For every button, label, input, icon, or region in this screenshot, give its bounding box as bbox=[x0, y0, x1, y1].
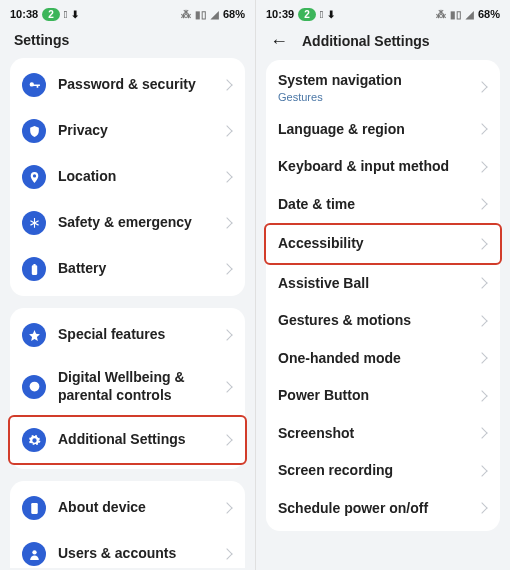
settings-item-label: Power Button bbox=[278, 387, 464, 405]
chevron-right-icon bbox=[221, 125, 233, 137]
settings-item-special-features[interactable]: Special features bbox=[10, 312, 245, 358]
svg-point-0 bbox=[29, 382, 39, 392]
chevron-right-icon bbox=[221, 79, 233, 91]
settings-item-schedule-power-on-off[interactable]: Schedule power on/off bbox=[266, 490, 500, 528]
additional-settings-list[interactable]: System navigationGesturesLanguage & regi… bbox=[256, 60, 510, 570]
page-title: Settings bbox=[14, 32, 69, 48]
chevron-right-icon bbox=[221, 381, 233, 393]
page-header: Settings bbox=[0, 24, 255, 58]
chevron-right-icon bbox=[221, 434, 233, 446]
chevron-right-icon bbox=[476, 277, 488, 289]
signal-icon: ▮▯ bbox=[450, 9, 462, 20]
settings-item-label: One-handed mode bbox=[278, 350, 464, 368]
settings-item-password-security[interactable]: Password & security bbox=[10, 62, 245, 108]
chevron-right-icon bbox=[476, 502, 488, 514]
settings-group: About deviceUsers & accountsGoogle bbox=[10, 481, 245, 568]
asterisk-icon bbox=[22, 211, 46, 235]
settings-item-additional-settings[interactable]: Additional Settings bbox=[8, 415, 247, 465]
settings-item-label: Location bbox=[58, 168, 209, 186]
battery-text: 68% bbox=[223, 8, 245, 20]
settings-item-accessibility[interactable]: Accessibility bbox=[264, 223, 502, 265]
chevron-right-icon bbox=[476, 352, 488, 364]
chevron-right-icon bbox=[221, 263, 233, 275]
download-icon: ⬇ bbox=[71, 9, 79, 20]
settings-item-label: Digital Wellbeing & parental controls bbox=[58, 369, 209, 404]
chevron-right-icon bbox=[476, 390, 488, 402]
bird-icon: 𓅪 bbox=[64, 9, 68, 20]
settings-item-gestures-motions[interactable]: Gestures & motions bbox=[266, 302, 500, 340]
settings-item-screenshot[interactable]: Screenshot bbox=[266, 415, 500, 453]
chevron-right-icon bbox=[476, 238, 488, 250]
settings-item-label: System navigation bbox=[278, 72, 464, 90]
wellbeing-icon bbox=[22, 375, 46, 399]
settings-item-label: Schedule power on/off bbox=[278, 500, 464, 518]
chevron-right-icon bbox=[476, 81, 488, 93]
gear-icon bbox=[22, 428, 46, 452]
settings-item-users-accounts[interactable]: Users & accounts bbox=[10, 531, 245, 568]
settings-item-label: Screenshot bbox=[278, 425, 464, 443]
back-icon[interactable]: ← bbox=[270, 32, 288, 50]
signal-icon: ▮▯ bbox=[195, 9, 207, 20]
svg-rect-1 bbox=[31, 503, 38, 514]
settings-list[interactable]: Password & securityPrivacyLocationSafety… bbox=[0, 58, 255, 568]
settings-group: Password & securityPrivacyLocationSafety… bbox=[10, 58, 245, 296]
settings-item-keyboard-input-method[interactable]: Keyboard & input method bbox=[266, 148, 500, 186]
settings-item-label: Assistive Ball bbox=[278, 275, 464, 293]
settings-item-label: Keyboard & input method bbox=[278, 158, 464, 176]
settings-item-label: Privacy bbox=[58, 122, 209, 140]
chevron-right-icon bbox=[476, 315, 488, 327]
user-icon bbox=[22, 542, 46, 566]
chevron-right-icon bbox=[221, 548, 233, 560]
bt-icon: ⁂ bbox=[181, 9, 191, 20]
settings-item-assistive-ball[interactable]: Assistive Ball bbox=[266, 265, 500, 303]
settings-item-power-button[interactable]: Power Button bbox=[266, 377, 500, 415]
settings-item-label: Special features bbox=[58, 326, 209, 344]
settings-item-privacy[interactable]: Privacy bbox=[10, 108, 245, 154]
settings-item-label: Users & accounts bbox=[58, 545, 209, 563]
page-title: Additional Settings bbox=[302, 33, 430, 49]
chevron-right-icon bbox=[476, 198, 488, 210]
svg-point-2 bbox=[32, 550, 36, 554]
clock: 10:39 bbox=[266, 8, 294, 20]
settings-item-safety-emergency[interactable]: Safety & emergency bbox=[10, 200, 245, 246]
settings-item-screen-recording[interactable]: Screen recording bbox=[266, 452, 500, 490]
chevron-right-icon bbox=[221, 217, 233, 229]
settings-group: Special featuresDigital Wellbeing & pare… bbox=[10, 308, 245, 469]
battery-text: 68% bbox=[478, 8, 500, 20]
net-icon: ◢ bbox=[466, 9, 474, 20]
settings-item-language-region[interactable]: Language & region bbox=[266, 111, 500, 149]
download-icon: ⬇ bbox=[327, 9, 335, 20]
settings-item-label: Password & security bbox=[58, 76, 209, 94]
chevron-right-icon bbox=[221, 502, 233, 514]
clock: 10:38 bbox=[10, 8, 38, 20]
settings-item-label: Battery bbox=[58, 260, 209, 278]
pin-icon bbox=[22, 165, 46, 189]
phone-icon bbox=[22, 496, 46, 520]
settings-item-label: Gestures & motions bbox=[278, 312, 464, 330]
settings-item-about-device[interactable]: About device bbox=[10, 485, 245, 531]
settings-item-one-handed-mode[interactable]: One-handed mode bbox=[266, 340, 500, 378]
net-icon: ◢ bbox=[211, 9, 219, 20]
chevron-right-icon bbox=[476, 123, 488, 135]
settings-item-label: Accessibility bbox=[278, 235, 464, 253]
settings-item-battery[interactable]: Battery bbox=[10, 246, 245, 292]
page-header: ← Additional Settings bbox=[256, 24, 510, 60]
battery-icon bbox=[22, 257, 46, 281]
settings-item-date-time[interactable]: Date & time bbox=[266, 186, 500, 224]
settings-item-label: Date & time bbox=[278, 196, 464, 214]
settings-item-system-navigation[interactable]: System navigationGestures bbox=[266, 64, 500, 111]
additional-settings-group: System navigationGesturesLanguage & regi… bbox=[266, 60, 500, 531]
chevron-right-icon bbox=[476, 161, 488, 173]
chevron-right-icon bbox=[476, 465, 488, 477]
bird-icon: 𓅪 bbox=[320, 9, 324, 20]
settings-item-digital-wellbeing-parental-controls[interactable]: Digital Wellbeing & parental controls bbox=[10, 358, 245, 415]
settings-item-location[interactable]: Location bbox=[10, 154, 245, 200]
key-icon bbox=[22, 73, 46, 97]
star-icon bbox=[22, 323, 46, 347]
status-bar: 10:39 2 𓅪 ⬇ ⁂ ▮▯ ◢ 68% bbox=[256, 0, 510, 24]
shield-icon bbox=[22, 119, 46, 143]
notification-badge: 2 bbox=[298, 8, 316, 21]
settings-item-label: About device bbox=[58, 499, 209, 517]
settings-item-label: Safety & emergency bbox=[58, 214, 209, 232]
chevron-right-icon bbox=[476, 427, 488, 439]
